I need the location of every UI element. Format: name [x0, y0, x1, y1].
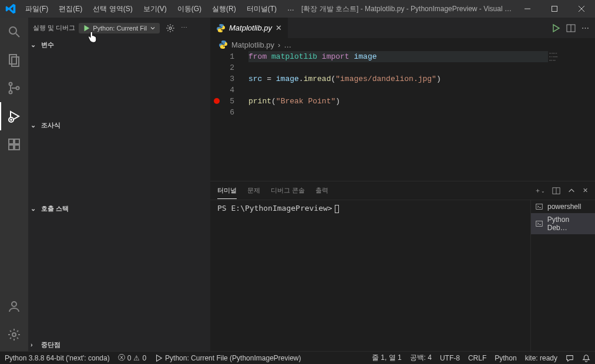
- terminal-prompt: PS E:\PythonImagePreview>: [217, 204, 332, 213]
- debug-icon: [154, 354, 163, 362]
- bottom-panel: 터미널 문제 디버그 콘솔 출력 ＋⌄ ✕ PS E:\PythonImageP…: [210, 181, 595, 351]
- svg-rect-1: [552, 6, 557, 12]
- tab-filename: Matplotlib.py: [229, 23, 272, 32]
- window-controls: [514, 0, 595, 18]
- terminal-item-label: powershell: [547, 203, 581, 211]
- svg-point-4: [9, 27, 16, 34]
- status-indent[interactable]: 공백: 4: [410, 353, 432, 363]
- status-feedback-icon[interactable]: [566, 354, 574, 362]
- split-terminal-icon[interactable]: [552, 187, 560, 195]
- status-language[interactable]: Python: [495, 354, 516, 362]
- python-file-icon: [218, 40, 228, 49]
- more-actions-icon[interactable]: ⋯: [181, 24, 187, 32]
- status-problems[interactable]: ⓧ0 ⚠0: [118, 353, 146, 363]
- watch-section[interactable]: ⌄ 조사식: [28, 119, 210, 132]
- breakpoints-section[interactable]: › 중단점: [28, 338, 210, 351]
- breakpoint-icon[interactable]: [214, 98, 220, 104]
- string: "images/dandelion.jpg": [335, 75, 436, 83]
- debug-settings-gear-icon[interactable]: [166, 23, 175, 33]
- editor-tab[interactable]: Matplotlib.py ✕: [210, 18, 288, 38]
- status-line-col[interactable]: 줄 1, 열 1: [372, 353, 402, 363]
- editor-tabs: Matplotlib.py ✕ ⋯: [210, 18, 595, 38]
- maximize-panel-icon[interactable]: [567, 187, 576, 195]
- breadcrumb-more: …: [284, 41, 291, 49]
- menu-run[interactable]: 실행(R): [207, 2, 241, 16]
- minimap[interactable]: ▄▄▄ ▄▄▄▄ ▄▄▄▄ ▄ ▄▄▄▄▄▄▄▄▄▄▄ ▄▄▄▄: [548, 51, 595, 181]
- svg-point-10: [16, 87, 19, 90]
- menu-selection[interactable]: 선택 영역(S): [88, 2, 137, 16]
- line-number: 6: [210, 107, 234, 118]
- terminal[interactable]: PS E:\PythonImagePreview>: [210, 200, 530, 351]
- chevron-down-icon: [149, 25, 156, 32]
- debug-sidebar: 실행 및 디버그 Python: Current Fil ⋯ ⌄ 변수 ⌄ 조사…: [28, 18, 210, 351]
- settings-gear-icon[interactable]: [0, 321, 28, 349]
- window-title: [확장 개발 호스트] - Matplotlib.py - PythonImag…: [299, 4, 514, 14]
- line-number: 2: [210, 62, 234, 73]
- debug-config-selector[interactable]: Python: Current Fil: [79, 23, 160, 33]
- start-debug-icon[interactable]: [82, 24, 90, 32]
- svg-rect-6: [9, 55, 16, 64]
- function: imread: [304, 75, 331, 83]
- close-panel-icon[interactable]: ✕: [583, 187, 588, 194]
- panel-body: PS E:\PythonImagePreview> powershell Pyt…: [210, 200, 595, 351]
- variables-label: 변수: [41, 41, 54, 49]
- menu-terminal[interactable]: 터미널(T): [242, 2, 281, 16]
- warning-icon: ⚠: [133, 354, 140, 362]
- output-tab[interactable]: 출력: [315, 183, 328, 198]
- terminal-shell-icon: [536, 220, 544, 227]
- code-content[interactable]: from matplotlib import image src = image…: [243, 51, 548, 181]
- new-terminal-icon[interactable]: ＋⌄: [535, 186, 545, 195]
- identifier: image: [354, 52, 377, 61]
- close-tab-icon[interactable]: ✕: [275, 23, 282, 32]
- svg-line-5: [16, 33, 19, 37]
- terminal-item-powershell[interactable]: powershell: [531, 200, 595, 213]
- maximize-button[interactable]: [541, 0, 568, 18]
- status-bar: Python 3.8.8 64-bit ('next': conda) ⓧ0 ⚠…: [0, 351, 595, 364]
- close-button[interactable]: [568, 0, 595, 18]
- status-debug-label: Python: Current File (PythonImagePreview…: [165, 354, 301, 362]
- terminal-item-python-debug[interactable]: Python Deb…: [531, 213, 595, 234]
- code-editor[interactable]: 1 2 3 4 5 6 from matplotlib import image…: [210, 51, 595, 181]
- editor-gutter[interactable]: 1 2 3 4 5 6: [210, 51, 243, 181]
- menu-file[interactable]: 파일(F): [21, 2, 53, 16]
- operator: =: [262, 75, 275, 83]
- line-number: 3: [210, 73, 234, 85]
- minimize-button[interactable]: [514, 0, 541, 18]
- status-python-interpreter[interactable]: Python 3.8.8 64-bit ('next': conda): [5, 354, 110, 362]
- keyword: import: [322, 52, 349, 61]
- status-encoding[interactable]: UTF-8: [440, 354, 460, 362]
- more-editor-actions-icon[interactable]: ⋯: [581, 23, 589, 32]
- status-kite[interactable]: kite: ready: [525, 354, 557, 362]
- split-editor-icon[interactable]: [566, 23, 576, 33]
- variables-section[interactable]: ⌄ 변수: [28, 38, 210, 51]
- accounts-icon[interactable]: [0, 292, 28, 321]
- status-debug-config[interactable]: Python: Current File (PythonImagePreview…: [154, 354, 301, 362]
- error-icon: ⓧ: [118, 353, 125, 363]
- vscode-logo-icon: [0, 4, 21, 14]
- status-eol[interactable]: CRLF: [468, 354, 486, 362]
- run-debug-icon[interactable]: [0, 102, 28, 130]
- callstack-section[interactable]: ⌄ 호출 스택: [28, 202, 210, 215]
- problems-tab[interactable]: 문제: [247, 183, 260, 198]
- breadcrumb-file: Matplotlib.py: [231, 41, 274, 49]
- run-file-icon[interactable]: [551, 23, 560, 33]
- menu-go[interactable]: 이동(G): [173, 2, 206, 16]
- debug-console-tab[interactable]: 디버그 콘솔: [271, 183, 305, 198]
- chevron-down-icon: ⌄: [31, 205, 39, 213]
- warning-count: 0: [142, 354, 146, 362]
- string: "Break Point": [276, 97, 335, 106]
- terminal-list: powershell Python Deb…: [530, 200, 595, 351]
- extensions-icon[interactable]: [0, 130, 28, 159]
- breakpoints-label: 중단점: [41, 341, 60, 349]
- source-control-icon[interactable]: [0, 74, 28, 102]
- breadcrumb[interactable]: Matplotlib.py › …: [210, 38, 595, 51]
- menu-more[interactable]: …: [283, 2, 299, 16]
- terminal-tab[interactable]: 터미널: [217, 183, 237, 199]
- menu-view[interactable]: 보기(V): [139, 2, 172, 16]
- menu-edit[interactable]: 편집(E): [54, 2, 87, 16]
- explorer-icon[interactable]: [0, 46, 28, 74]
- search-icon[interactable]: [0, 18, 28, 46]
- function: print: [248, 97, 271, 106]
- status-notifications-icon[interactable]: [582, 354, 590, 362]
- svg-rect-23: [536, 204, 543, 210]
